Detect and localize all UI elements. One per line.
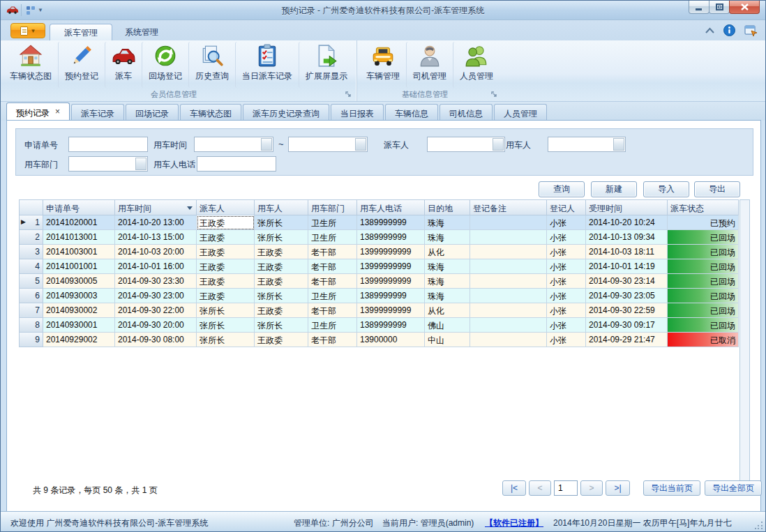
doctab-reservation-records[interactable]: 预约记录× [6,102,70,121]
column-header[interactable]: 登记备注 [470,199,547,215]
use-time-to-combo[interactable] [288,137,368,152]
cell-time[interactable]: 2014-10-03 20:00 [115,245,197,259]
cell-accepted[interactable]: 2014-10-20 10:24 [586,215,668,230]
cell-dest[interactable]: 珠海 [425,230,470,245]
doctab-return-records[interactable]: 回场记录 [126,104,179,121]
cell-status[interactable]: 已回场 [668,289,739,303]
cell-note[interactable] [470,318,547,333]
cell-registrar[interactable]: 小张 [547,259,586,274]
cell-order[interactable]: 20140930005 [43,274,115,289]
table-row[interactable]: 9201409290022014-09-30 08:00张所长王政委老干部139… [19,333,739,347]
cell-order[interactable]: 20140930003 [43,289,115,303]
cell-time[interactable]: 2014-09-30 20:00 [115,318,197,333]
cell-accepted[interactable]: 2014-09-30 09:17 [586,318,668,333]
cell-accepted[interactable]: 2014-10-13 09:34 [586,230,668,245]
cell-dest[interactable]: 中山 [425,333,470,347]
chevron-down-icon[interactable] [493,138,504,151]
import-button[interactable]: 导入 [643,181,689,197]
column-header[interactable]: 用车时间 [115,199,197,215]
cell-dest[interactable]: 珠海 [425,289,470,303]
cell-dest[interactable]: 佛山 [425,318,470,333]
cell-accepted[interactable]: 2014-09-29 21:47 [586,333,668,347]
maximize-button[interactable] [709,1,730,14]
cell-registrar[interactable]: 小张 [547,245,586,259]
column-header[interactable]: 受理时间 [586,199,668,215]
use-time-from-combo[interactable] [194,137,273,152]
reservation-register-button[interactable]: 预约登记 [58,42,105,88]
cell-status[interactable]: 已取消 [668,333,739,347]
cell-phone[interactable]: 1389999999 [357,215,425,230]
return-register-button[interactable]: 回场登记 [142,42,188,88]
cell-dest[interactable]: 从化 [425,245,470,259]
driver-management-button[interactable]: 司机管理 [406,42,453,88]
cell-user[interactable]: 王政委 [255,245,308,259]
application-menu-button[interactable]: ▼ [10,23,45,38]
cell-time[interactable]: 2014-10-20 13:00 [115,215,197,230]
cell-registrar[interactable]: 小张 [547,289,586,303]
license-registered-link[interactable]: 【软件已注册】 [485,517,543,529]
request-no-input[interactable] [68,137,148,152]
vehicle-status-map-button[interactable]: 车辆状态图 [3,42,58,88]
cell-dept[interactable]: 卫生所 [308,215,357,230]
dialog-launcher-icon[interactable] [345,91,353,99]
cell-phone[interactable]: 13999999999 [357,274,425,289]
cell-phone[interactable]: 1389999999 [357,318,425,333]
cell-time[interactable]: 2014-09-30 22:00 [115,303,197,318]
cell-time[interactable]: 2014-10-01 16:00 [115,259,197,274]
chevron-down-icon[interactable] [613,138,624,151]
collapse-ribbon-icon[interactable] [705,27,714,33]
history-query-button[interactable]: 历史查询 [188,42,235,88]
cell-registrar[interactable]: 小张 [547,274,586,289]
cell-order[interactable]: 20141020001 [43,215,115,230]
sort-descending-icon[interactable] [187,206,193,210]
cell-note[interactable] [470,274,547,289]
cell-dept[interactable]: 老干部 [308,245,357,259]
cell-order[interactable]: 20140929002 [43,333,115,347]
cell-status[interactable]: 已回场 [668,230,739,245]
export-current-page-button[interactable]: 导出当前页 [643,480,700,496]
cell-phone[interactable]: 13999999999 [357,245,425,259]
cell-user[interactable]: 张所长 [255,230,308,245]
cell-phone[interactable]: 13900000 [357,333,425,347]
personnel-management-button[interactable]: 人员管理 [453,42,500,88]
cell-dept[interactable]: 老干部 [308,259,357,274]
vertical-scrollbar[interactable] [739,199,750,481]
row-header[interactable]: 6 [19,289,43,303]
cell-dispatcher[interactable]: 王政委 [197,289,255,303]
tab-close-icon[interactable]: × [55,107,60,121]
cell-order[interactable]: 20141001001 [43,259,115,274]
dispatch-button[interactable]: 派车 [105,42,142,88]
row-header[interactable]: 9 [19,333,43,347]
cell-order[interactable]: 20141013001 [43,230,115,245]
cell-accepted[interactable]: 2014-09-30 23:05 [586,289,668,303]
cell-registrar[interactable]: 小张 [547,303,586,318]
cell-order[interactable]: 20140930001 [43,318,115,333]
row-header[interactable]: 4 [19,259,43,274]
skin-style-icon[interactable] [744,24,758,36]
dialog-launcher-icon[interactable] [491,91,499,99]
table-row[interactable]: 7201409300022014-09-30 22:00张所长王政委老干部139… [19,303,739,318]
doctab-vehicle-info[interactable]: 车辆信息 [385,104,438,121]
cell-note[interactable] [470,259,547,274]
resize-grip-icon[interactable] [755,521,763,529]
dispatcher-combo[interactable] [427,137,505,152]
cell-dest[interactable]: 珠海 [425,215,470,230]
cell-registrar[interactable]: 小张 [547,318,586,333]
new-button[interactable]: 新建 [591,181,637,197]
cell-status[interactable]: 已回场 [668,245,739,259]
cell-user[interactable]: 张所长 [255,318,308,333]
column-header[interactable]: 用车部门 [308,199,357,215]
cell-phone[interactable]: 1389999999 [357,230,425,245]
cell-order[interactable]: 20141003001 [43,245,115,259]
today-dispatch-records-button[interactable]: 当日派车记录 [235,42,299,88]
cell-accepted[interactable]: 2014-10-03 18:11 [586,245,668,259]
column-header[interactable]: 用车人 [255,199,308,215]
cell-dest[interactable]: 从化 [425,303,470,318]
cell-dispatcher[interactable]: 张所长 [197,333,255,347]
table-row[interactable]: 5201409300052014-09-30 23:30王政委王政委老干部139… [19,274,739,289]
cell-dispatcher[interactable]: 王政委 [197,230,255,245]
doctab-dispatch-history-query[interactable]: 派车历史记录查询 [243,104,329,121]
cell-user[interactable]: 王政委 [255,274,308,289]
cell-note[interactable] [470,245,547,259]
cell-note[interactable] [470,230,547,245]
